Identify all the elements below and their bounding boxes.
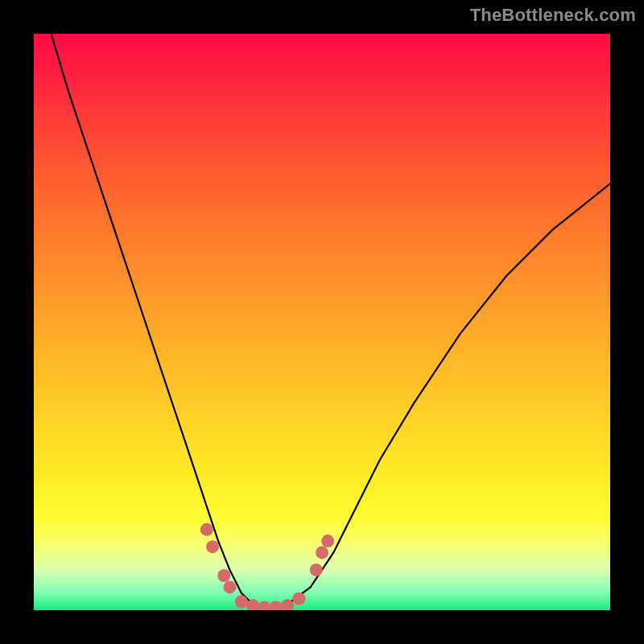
plot-area [34,34,610,610]
highlight-dot [223,580,236,593]
highlight-dot [310,564,323,576]
watermark-text: TheBottleneck.com [470,5,636,26]
highlight-dot [200,523,213,536]
highlight-dot [292,592,305,605]
curve-layer [34,34,610,610]
highlight-dot [316,546,328,559]
highlight-dot [270,601,283,610]
highlight-dot [321,535,334,547]
bottleneck-curve [52,34,611,610]
marker-group [200,523,334,610]
highlight-dot [235,595,248,608]
chart-stage: TheBottleneck.com [0,0,644,644]
highlight-dot [217,569,230,582]
highlight-dot [206,540,219,553]
highlight-dot [258,601,270,610]
